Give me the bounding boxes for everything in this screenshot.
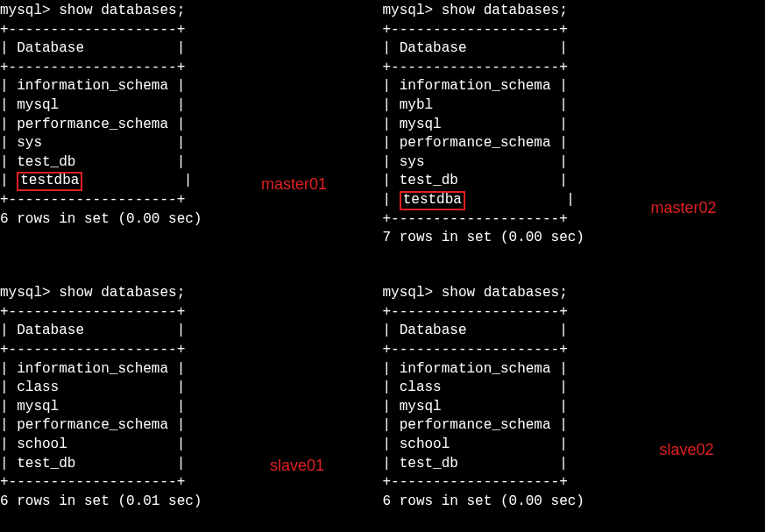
header-row: | Database | bbox=[0, 40, 185, 56]
panel-slave01: mysql> show databases; +----------------… bbox=[0, 268, 383, 532]
table-row: | information_schema | bbox=[0, 361, 185, 377]
term-output: mysql> show databases; +----------------… bbox=[383, 284, 766, 511]
border: +--------------------+ bbox=[0, 342, 185, 358]
row-suffix: | bbox=[82, 173, 192, 188]
prompt-line: mysql> show databases; bbox=[0, 285, 185, 301]
table-row: | information_schema | bbox=[383, 361, 568, 377]
prompt-line: mysql> show databases; bbox=[383, 3, 568, 18]
footer-line: 6 rows in set (0.00 sec) bbox=[0, 211, 202, 227]
table-row: | test_db | bbox=[0, 456, 185, 472]
table-row: | school | bbox=[383, 436, 568, 452]
row-prefix: | bbox=[0, 173, 17, 188]
terminal-grid: mysql> show databases; +----------------… bbox=[0, 0, 765, 532]
table-row: | mybl | bbox=[383, 97, 568, 113]
panel-label: slave01 bbox=[270, 455, 324, 476]
border: +--------------------+ bbox=[383, 474, 568, 490]
prompt-line: mysql> show databases; bbox=[383, 285, 568, 301]
panel-slave02: mysql> show databases; +----------------… bbox=[383, 268, 766, 532]
table-row: | performance_schema | bbox=[383, 417, 568, 433]
table-row: | information_schema | bbox=[0, 78, 185, 94]
table-row: | test_db | bbox=[383, 456, 568, 472]
table-row: | mysql | bbox=[0, 399, 185, 415]
table-row: | performance_schema | bbox=[0, 117, 185, 132]
panel-master01: mysql> show databases; +----------------… bbox=[0, 0, 383, 268]
table-row: | sys | bbox=[383, 154, 568, 170]
panel-label: master02 bbox=[651, 197, 717, 218]
header-row: | Database | bbox=[0, 323, 185, 338]
border: +--------------------+ bbox=[383, 22, 568, 38]
table-row: | performance_schema | bbox=[383, 135, 568, 151]
table-row: | mysql | bbox=[383, 117, 568, 132]
panel-master02: mysql> show databases; +----------------… bbox=[383, 0, 766, 268]
term-output: mysql> show databases; +----------------… bbox=[0, 284, 383, 511]
table-row: | performance_schema | bbox=[0, 417, 185, 433]
header-row: | Database | bbox=[383, 323, 568, 338]
border: +--------------------+ bbox=[0, 304, 185, 320]
table-row: | test_db | bbox=[0, 154, 185, 170]
table-row: | school | bbox=[0, 436, 185, 452]
header-row: | Database | bbox=[383, 40, 568, 56]
table-row: | class | bbox=[383, 379, 568, 395]
prompt-line: mysql> show databases; bbox=[0, 3, 185, 18]
border: +--------------------+ bbox=[0, 192, 185, 208]
border: +--------------------+ bbox=[0, 474, 185, 490]
footer-line: 6 rows in set (0.00 sec) bbox=[383, 493, 584, 509]
highlighted-db: testdba bbox=[400, 191, 465, 210]
border: +--------------------+ bbox=[0, 60, 185, 75]
footer-line: 7 rows in set (0.00 sec) bbox=[383, 230, 584, 245]
highlighted-db: testdba bbox=[17, 172, 82, 191]
table-row: | mysql | bbox=[0, 97, 185, 113]
table-row: | information_schema | bbox=[383, 78, 568, 94]
table-row: | class | bbox=[0, 379, 185, 395]
footer-line: 6 rows in set (0.01 sec) bbox=[0, 493, 202, 509]
border: +--------------------+ bbox=[383, 304, 568, 320]
panel-label: slave02 bbox=[660, 439, 714, 460]
border: +--------------------+ bbox=[383, 342, 568, 358]
table-row: | sys | bbox=[0, 135, 185, 151]
border: +--------------------+ bbox=[0, 22, 185, 38]
row-suffix: | bbox=[465, 192, 575, 208]
row-prefix: | bbox=[383, 192, 400, 208]
border: +--------------------+ bbox=[383, 211, 568, 227]
table-row: | mysql | bbox=[383, 399, 568, 415]
border: +--------------------+ bbox=[383, 60, 568, 75]
table-row: | test_db | bbox=[383, 173, 568, 188]
panel-label: master01 bbox=[261, 174, 327, 195]
